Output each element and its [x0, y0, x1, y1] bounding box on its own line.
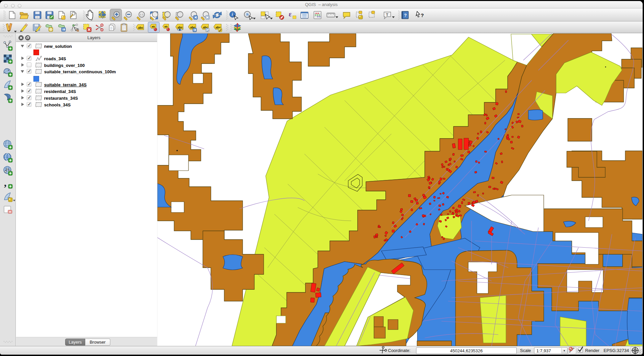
svg-text:*: * — [359, 15, 361, 19]
svg-text:*: * — [9, 198, 11, 202]
svg-text:ε: ε — [289, 10, 292, 18]
svg-text:1:1: 1:1 — [140, 13, 144, 16]
svg-text:?: ? — [404, 13, 407, 18]
svg-text:?: ? — [421, 12, 424, 18]
svg-text:*: * — [62, 16, 63, 19]
svg-text:,: , — [4, 177, 7, 188]
svg-text:T: T — [386, 13, 388, 17]
